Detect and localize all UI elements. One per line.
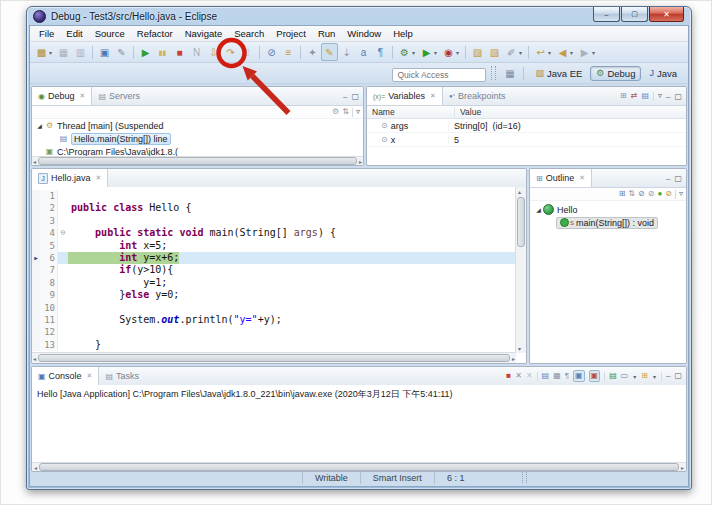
menu-window[interactable]: Window — [341, 28, 387, 39]
open-element-button[interactable]: ✐▾ — [503, 43, 525, 61]
scroll-right-icon[interactable]: ▸ — [359, 158, 362, 165]
menu-help[interactable]: Help — [387, 28, 419, 39]
run-as-button[interactable]: ▶▾ — [418, 43, 440, 61]
new-wizard-button[interactable]: ▩▾ — [33, 43, 55, 61]
open-perspective-button[interactable]: ▦ — [501, 64, 518, 82]
link-with-editor-button[interactable]: ⇣ — [338, 43, 355, 61]
open-console-view-icon[interactable]: ⊞ — [641, 371, 648, 381]
tab-debug[interactable]: ◉ Debug ✕ — [32, 87, 92, 105]
show-logical-structures-icon[interactable]: ⇄ — [631, 91, 638, 101]
tab-console[interactable]: ▣ Console ✕ — [32, 367, 99, 385]
editor-hscrollbar[interactable]: ◂ ▸ — [32, 352, 516, 363]
code-line[interactable]: 3 — [32, 215, 516, 227]
scroll-thumb[interactable] — [38, 354, 510, 362]
expander-icon[interactable]: ◢ — [35, 122, 44, 129]
remove-launch-icon[interactable]: ✕ — [515, 371, 522, 381]
menu-file[interactable]: File — [33, 28, 60, 39]
menu-run[interactable]: Run — [312, 28, 341, 39]
perspective-debug[interactable]: ⚙Debug — [590, 66, 641, 81]
mark-occurrences-button[interactable]: ✎ — [321, 43, 338, 61]
maximize-button[interactable]: ▢ — [621, 7, 648, 22]
maximize-console-icon[interactable]: ▢ — [674, 371, 682, 381]
disconnect-button[interactable]: N — [188, 43, 205, 61]
column-name[interactable]: Name — [367, 107, 455, 117]
code-line[interactable]: 10 — [32, 302, 516, 314]
tab-outline[interactable]: ⊞ Outline ✕ — [530, 169, 592, 187]
code-line[interactable]: 5 int x=5; — [32, 240, 516, 252]
code-line[interactable]: 8 y=1; — [32, 277, 516, 289]
new-folder-button[interactable]: ▨ — [469, 43, 486, 61]
hide-fields-icon[interactable]: ⊘ — [638, 189, 645, 199]
display-console-menu-icon[interactable]: ▭ — [621, 371, 629, 381]
maximize-view-icon[interactable]: ▢ — [674, 174, 682, 183]
remove-all-terminated-icon[interactable]: ✕ — [526, 371, 533, 381]
debug-hscrollbar[interactable]: ◂ ▸ — [32, 156, 363, 165]
save-button[interactable]: ▦ — [55, 43, 72, 61]
scroll-left-icon[interactable]: ◂ — [33, 355, 36, 362]
close-button[interactable]: ✕ — [649, 7, 684, 22]
editor-vscrollbar[interactable]: ▴ ▾ — [515, 187, 526, 353]
resume-button[interactable]: ▶ — [137, 43, 154, 61]
column-value[interactable]: Value — [455, 107, 481, 117]
clear-console-icon[interactable]: ▤ — [542, 371, 550, 381]
terminate-button[interactable]: ■ — [171, 43, 188, 61]
minimize-view-icon[interactable]: ‒ — [666, 174, 670, 183]
tab-hello-java[interactable]: J Hello.java ✕ — [32, 169, 108, 187]
pin-console-icon[interactable]: ▣ — [573, 370, 585, 382]
tab-tasks[interactable]: ▤ Tasks — [99, 367, 145, 385]
scroll-right-icon[interactable]: ▸ — [512, 355, 515, 362]
step-into-button[interactable]: ⇩ — [205, 43, 222, 61]
sort-outline-icon[interactable]: ⇅ — [628, 189, 635, 199]
variable-row[interactable]: ⊙x5 — [367, 133, 686, 147]
tab-variables[interactable]: (x)= Variables ✕ — [367, 87, 443, 105]
code-editor[interactable]: 12public class Hello {34⊖ public static … — [32, 187, 516, 353]
close-editor-icon[interactable]: ✕ — [96, 174, 102, 182]
coverage-as-button[interactable]: ◉▾ — [440, 43, 462, 61]
minimize-view-icon[interactable]: ‒ — [343, 92, 347, 101]
scroll-thumb[interactable] — [38, 157, 357, 165]
display-selected-console-icon[interactable]: ▣ — [589, 370, 601, 382]
view-menu-variables-icon[interactable]: ▿ — [658, 91, 662, 101]
scroll-lock-icon[interactable]: ▦ — [553, 371, 561, 381]
suspend-button[interactable]: ▮▮ — [154, 43, 171, 61]
use-step-filters-button[interactable]: ≡ — [280, 43, 297, 61]
tab-servers[interactable]: ▤ Servers — [92, 87, 146, 105]
back-button[interactable]: ◀▾ — [554, 43, 576, 61]
debug-tree-item[interactable]: ▤Hello.main(String[]) line — [32, 132, 363, 145]
debug-view-filter-icon[interactable]: ⚙ — [332, 107, 339, 117]
show-whitespace-button[interactable]: ¶ — [372, 43, 389, 61]
print-button[interactable]: ✎ — [113, 43, 130, 61]
code-line[interactable]: 13 } — [32, 339, 516, 351]
console-hscrollbar[interactable]: ◂ ▸ — [32, 462, 686, 471]
last-edit-location-button[interactable]: ↩▾ — [532, 43, 554, 61]
fold-marker-icon[interactable]: ⊖ — [57, 227, 68, 239]
titlebar[interactable]: Debug - Test3/src/Hello.java - Eclipse ‒… — [27, 7, 691, 25]
step-return-button[interactable]: ⇧ — [239, 43, 256, 61]
code-line[interactable]: ▶6 int y=x+6; — [32, 252, 516, 264]
terminate-console-icon[interactable]: ■ — [506, 371, 511, 381]
scroll-down-icon[interactable]: ▾ — [518, 345, 521, 352]
collapse-all-debug-icon[interactable]: ⇅ — [342, 107, 349, 117]
code-line[interactable]: 12 — [32, 326, 516, 338]
word-wrap-icon[interactable]: ¶ — [565, 371, 569, 381]
minimize-button[interactable]: ‒ — [593, 7, 620, 22]
tab-breakpoints[interactable]: ●° Breakpoints — [443, 87, 512, 105]
debug-tree-item[interactable]: ◢⚙Thread [main] (Suspended — [32, 119, 363, 132]
link-with-editor-outline-icon[interactable]: ⊘ — [665, 189, 672, 199]
code-line[interactable]: 7 if(y>10){ — [32, 264, 516, 276]
perspective-java[interactable]: JJava — [643, 66, 683, 81]
open-folder-button[interactable]: ▨ — [486, 43, 503, 61]
menu-search[interactable]: Search — [228, 28, 270, 39]
view-menu-debug-icon[interactable]: ▿ — [356, 107, 360, 117]
menu-source[interactable]: Source — [89, 28, 131, 39]
code-line[interactable]: 1 — [32, 190, 516, 202]
open-log-icon[interactable]: ▤ — [609, 371, 617, 381]
show-annotations-button[interactable]: a — [355, 43, 372, 61]
maximize-view-icon[interactable]: ▢ — [351, 92, 359, 101]
close-tab-icon[interactable]: ✕ — [80, 92, 86, 100]
scroll-left-icon[interactable]: ◂ — [34, 464, 37, 471]
outline-method-item[interactable]: S main(String[]) : void — [530, 216, 686, 229]
scroll-thumb[interactable] — [517, 197, 525, 247]
perspective-java-ee[interactable]: ▧Java EE — [529, 66, 588, 81]
close-tab-icon[interactable]: ✕ — [430, 92, 436, 100]
